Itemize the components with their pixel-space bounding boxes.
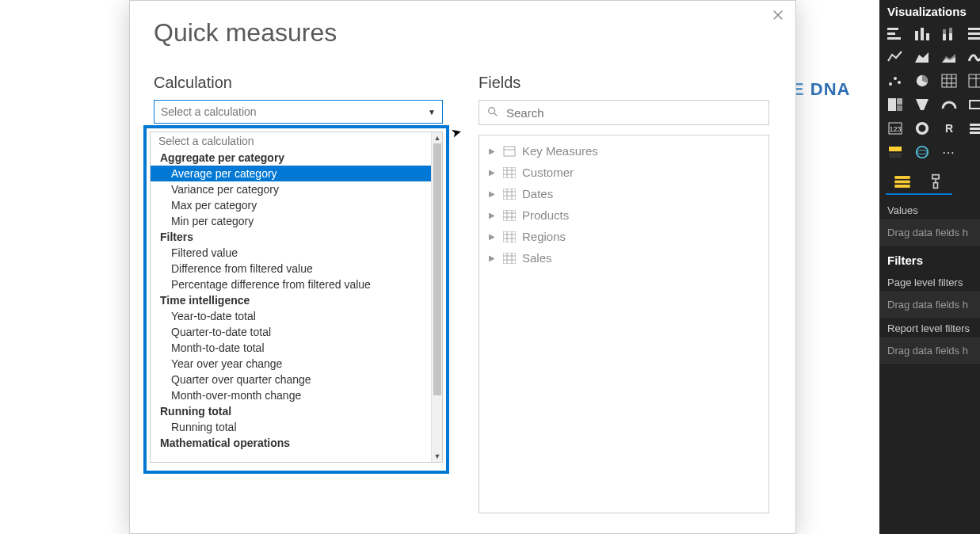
fields-mode-icon[interactable] [894, 174, 911, 192]
vis-r-visual-icon[interactable]: R [940, 120, 959, 137]
measure-icon [503, 146, 516, 157]
vis-clustered-column-icon[interactable] [913, 25, 932, 42]
svg-rect-40 [968, 32, 980, 35]
svg-point-0 [489, 107, 495, 113]
field-table[interactable]: ▶Key Measures [482, 140, 765, 162]
dropdown-item[interactable]: Difference from filtered value [151, 261, 431, 277]
vis-line-icon[interactable] [886, 48, 905, 66]
scroll-down-icon[interactable]: ▼ [432, 451, 443, 462]
svg-text:R: R [945, 122, 953, 135]
vis-gauge-icon[interactable] [940, 96, 959, 113]
values-dropzone[interactable]: Drag data fields h [879, 219, 980, 246]
svg-rect-54 [969, 74, 980, 87]
expand-icon: ▶ [489, 254, 497, 262]
vis-stacked-bar-100-icon[interactable] [967, 25, 980, 42]
calculation-dropdown: Select a calculationAggregate per catego… [143, 125, 449, 474]
svg-marker-60 [916, 99, 929, 110]
svg-rect-30 [887, 32, 895, 35]
expand-icon: ▶ [489, 147, 497, 155]
svg-rect-75 [932, 175, 939, 179]
vis-slicer-icon[interactable] [967, 120, 980, 137]
dropdown-placeholder[interactable]: Select a calculation [151, 132, 431, 150]
svg-rect-31 [887, 37, 901, 40]
calculation-select[interactable]: Select a calculation ▼ [154, 100, 443, 124]
expand-icon: ▶ [489, 232, 497, 241]
expand-icon: ▶ [489, 211, 497, 219]
dropdown-item[interactable]: Min per category [151, 213, 431, 229]
vis-area-icon[interactable] [913, 48, 932, 66]
dropdown-item[interactable]: Filtered value [151, 245, 431, 261]
svg-rect-14 [503, 210, 516, 221]
scroll-up-icon[interactable]: ▲ [432, 132, 443, 143]
dropdown-item[interactable]: Running total [151, 419, 431, 435]
fields-search-input[interactable] [505, 105, 761, 120]
dropdown-item[interactable]: Quarter over quarter change [151, 372, 431, 387]
fields-search[interactable] [479, 100, 769, 125]
field-table-label: Dates [522, 187, 553, 200]
field-table[interactable]: ▶Customer [482, 162, 765, 183]
field-table[interactable]: ▶Dates [482, 183, 765, 204]
vis-card-icon[interactable] [967, 96, 980, 113]
svg-rect-69 [889, 147, 902, 151]
field-table[interactable]: ▶Sales [482, 247, 765, 269]
dropdown-item[interactable]: Max per category [151, 197, 431, 213]
table-icon [503, 210, 516, 221]
svg-rect-19 [503, 231, 516, 242]
dropdown-item[interactable]: Year-to-date total [151, 308, 431, 324]
chevron-down-icon: ▼ [428, 108, 436, 116]
svg-rect-34 [926, 33, 929, 40]
field-table[interactable]: ▶Products [482, 204, 765, 226]
table-icon [503, 167, 516, 178]
field-table-label: Customer [522, 166, 574, 179]
vis-stacked-area-icon[interactable] [940, 48, 959, 66]
svg-rect-67 [970, 128, 980, 130]
dropdown-item[interactable]: Average per category [151, 166, 431, 181]
dropdown-item[interactable]: Variance per category [151, 181, 431, 197]
dropdown-item[interactable]: Month-over-month change [151, 387, 431, 403]
svg-rect-66 [970, 124, 980, 126]
svg-rect-70 [889, 153, 902, 158]
dropdown-item[interactable]: Percentage difference from filtered valu… [151, 277, 431, 292]
vis-donut-icon[interactable] [913, 120, 932, 137]
calculation-heading: Calculation [154, 74, 447, 92]
dropdown-item[interactable]: Year over year change [151, 356, 431, 372]
vis-pie-icon[interactable] [913, 72, 932, 90]
fields-heading: Fields [479, 74, 772, 92]
vis-scatter-icon[interactable] [886, 72, 905, 90]
vis-matrix-icon[interactable] [940, 72, 959, 90]
field-table-label: Regions [522, 230, 566, 243]
expand-icon: ▶ [489, 168, 497, 177]
vis-arcgis-icon[interactable] [913, 143, 932, 161]
values-label: Values [879, 200, 980, 219]
report-filters-dropzone[interactable]: Drag data fields h [879, 338, 980, 364]
format-mode-icon[interactable] [927, 174, 944, 192]
svg-rect-4 [503, 167, 516, 178]
dropdown-scrollbar[interactable]: ▲ ▼ [431, 132, 442, 462]
svg-point-47 [898, 81, 901, 84]
page-filters-label: Page level filters [879, 272, 980, 292]
dropdown-group: Filters [151, 229, 431, 245]
field-table[interactable]: ▶Regions [482, 226, 765, 247]
vis-kpi-icon[interactable]: 123 [886, 120, 905, 137]
dropdown-item[interactable]: Quarter-to-date total [151, 324, 431, 340]
svg-rect-41 [968, 37, 980, 40]
svg-rect-49 [942, 74, 956, 87]
visualizations-title: Visualizations [879, 0, 980, 21]
close-icon[interactable] [768, 6, 787, 25]
svg-rect-73 [895, 181, 909, 183]
svg-point-46 [894, 77, 897, 80]
vis-stacked-column-icon[interactable] [940, 25, 959, 42]
filters-heading: Filters [879, 246, 980, 272]
vis-table-icon[interactable] [967, 72, 980, 90]
vis-stacked-bar-icon[interactable] [886, 25, 905, 42]
dropdown-item[interactable]: Month-to-date total [151, 340, 431, 356]
vis-ribbon-icon[interactable] [967, 48, 980, 66]
visualizations-panel: Visualizations 123R⋯ Values Drag data fi… [879, 0, 980, 534]
page-filters-dropzone[interactable]: Drag data fields h [879, 292, 980, 318]
vis-funnel-icon[interactable] [913, 96, 932, 113]
vis-multi-row-icon[interactable] [886, 143, 905, 161]
vis-treemap-icon[interactable] [886, 96, 905, 113]
dropdown-group: Mathematical operations [151, 435, 431, 451]
vis-ellipsis-icon[interactable]: ⋯ [940, 143, 959, 161]
scroll-thumb[interactable] [433, 143, 441, 395]
